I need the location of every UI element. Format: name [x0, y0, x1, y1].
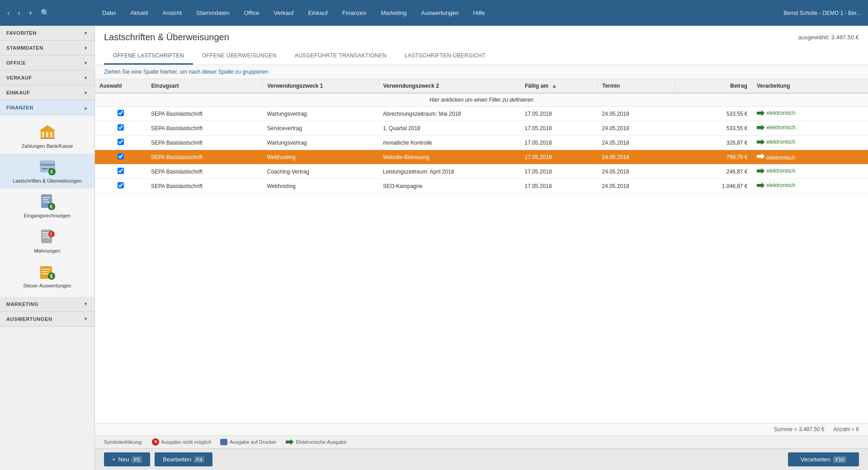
- cell-verarbeitung: elektronisch: [752, 164, 868, 179]
- cell-einzugsart: SEPA Basislastschrift: [146, 150, 263, 164]
- menu-office[interactable]: Office: [237, 0, 267, 26]
- add-button[interactable]: +: [26, 7, 35, 19]
- chevron-down-icon: ▼: [84, 46, 88, 51]
- action-bar-left: + Neu F5 Bearbeiten F4: [104, 452, 212, 466]
- sidebar-item-zahlungen[interactable]: Zahlungen Bank/Kasse: [0, 119, 94, 154]
- svg-text:!: !: [50, 231, 52, 237]
- th-vz2[interactable]: Verwendungszweck 2: [378, 79, 520, 93]
- eingangsrechnungen-label: Eingangsrechnungen: [24, 213, 71, 219]
- sidebar-section-verkauf[interactable]: VERKAUF ▼: [0, 70, 94, 85]
- table-row[interactable]: SEPA BasislastschriftWebhostingSEO-Kampa…: [95, 179, 868, 193]
- arrow-right-icon: [757, 125, 765, 131]
- eingangsrechnungen-icon: €: [38, 193, 57, 211]
- table-row[interactable]: SEPA BasislastschriftCoaching-VertragLei…: [95, 164, 868, 179]
- cell-termin: 24.05.2018: [598, 107, 675, 121]
- th-termin[interactable]: Termin: [598, 79, 675, 93]
- cell-vz1: Webhosting: [263, 150, 379, 164]
- cell-vz2: SEO-Kampagne: [378, 179, 520, 193]
- forward-button[interactable]: ›: [15, 7, 23, 19]
- sidebar-section-einkauf[interactable]: EINKAUF ▼: [0, 85, 94, 100]
- mahnungen-label: Mahnungen: [34, 248, 60, 254]
- menu-hilfe[interactable]: Hilfe: [466, 0, 492, 26]
- table-row[interactable]: SEPA BasislastschriftServicevertrag1. Qu…: [95, 121, 868, 136]
- back-button[interactable]: ‹: [5, 7, 12, 19]
- cell-vz2: Website-Betreuung: [378, 150, 520, 164]
- row-checkbox[interactable]: [118, 168, 124, 174]
- electronic-label: elektronisch: [767, 168, 796, 174]
- cell-betrag: 533,55 €: [675, 107, 752, 121]
- th-faellig[interactable]: Fällig am ▲: [520, 79, 598, 93]
- sidebar-section-office[interactable]: OFFICE ▼: [0, 56, 94, 70]
- sidebar-section-stammdaten[interactable]: STAMMDATEN ▼: [0, 41, 94, 56]
- menu-ansicht[interactable]: Ansicht: [155, 0, 189, 26]
- menu-finanzen[interactable]: Finanzen: [335, 0, 373, 26]
- menu-einkauf[interactable]: Einkauf: [301, 0, 335, 26]
- no-output-icon: ✕: [152, 438, 159, 446]
- sidebar-stammdaten-label: STAMMDATEN: [6, 45, 43, 51]
- svg-rect-8: [42, 168, 47, 169]
- sidebar-favoriten-label: FAVORITEN: [6, 30, 37, 36]
- summe-label: Summe = 3.487,50 €: [774, 426, 825, 432]
- table-row[interactable]: SEPA BasislastschriftWartungsvertragAbre…: [95, 107, 868, 121]
- chevron-down-icon: ▼: [84, 61, 88, 66]
- tab-offene-ueberweisungen[interactable]: OFFENE ÜBERWEISUNGEN: [193, 48, 286, 65]
- lastschriften-label: Lastschriften & Überweisungen: [13, 178, 81, 184]
- arrow-right-icon: [757, 139, 765, 145]
- tab-lastschriften-uebersicht[interactable]: LASTSCHRIFTEN-ÜBERSICHT: [396, 48, 495, 65]
- cell-verarbeitung: elektronisch: [752, 107, 868, 121]
- sidebar-section-favoriten[interactable]: FAVORITEN ▼: [0, 26, 94, 41]
- legend-electronic: Elektronische Ausgabe: [286, 439, 347, 445]
- table-row[interactable]: SEPA BasislastschriftWartungsvertragmona…: [95, 136, 868, 150]
- menu-stammdaten[interactable]: Stammdaten: [189, 0, 237, 26]
- electronic-output: elektronisch: [757, 182, 796, 188]
- cell-vz1: Webhosting: [263, 179, 379, 193]
- verarbeiten-label: Verarbeiten: [801, 456, 831, 463]
- legend-electronic-label: Elektronische Ausgabe: [296, 439, 347, 445]
- sidebar-finanzen-label: FINANZEN: [6, 105, 33, 110]
- sidebar-section-auswertungen[interactable]: AUSWERTUNGEN ▼: [0, 312, 94, 327]
- filter-hint[interactable]: Hier anklicken um einen Filter zu defini…: [95, 93, 868, 107]
- search-button[interactable]: 🔍: [38, 7, 52, 19]
- th-vz1[interactable]: Verwendungszweck 1: [263, 79, 379, 93]
- anzahl-label: Anzahl = 6: [833, 426, 859, 432]
- page-header: Lastschriften & Überweisungen ausgewählt…: [95, 26, 868, 65]
- menu-auswertungen[interactable]: Auswertungen: [414, 0, 466, 26]
- row-checkbox[interactable]: [118, 139, 124, 145]
- sidebar-section-finanzen[interactable]: FINANZEN ▲: [0, 100, 94, 115]
- legend-printer-label: Ausgabe auf Drucker: [230, 439, 276, 445]
- sidebar-item-steuer[interactable]: $ Steuer-Auswertungen: [0, 258, 94, 293]
- sidebar-item-mahnungen[interactable]: ! Mahnungen: [0, 224, 94, 258]
- page-title: Lastschriften & Überweisungen: [104, 32, 229, 42]
- verarbeiten-button[interactable]: Verarbeiten F10: [788, 452, 859, 466]
- cell-auswahl: [95, 107, 146, 121]
- bearbeiten-button[interactable]: Bearbeiten F4: [155, 452, 212, 466]
- svg-rect-25: [42, 269, 51, 270]
- selected-amount: ausgewählt: 3.487,50 €: [798, 34, 859, 41]
- cell-auswahl: [95, 179, 146, 193]
- th-betrag[interactable]: Betrag: [675, 79, 752, 93]
- row-checkbox[interactable]: [118, 124, 124, 131]
- tab-ausgefuehrte-transaktionen[interactable]: AUSGEFÜHRTE TRANSAKTIONEN: [286, 48, 396, 65]
- menu-datei[interactable]: Datei: [95, 0, 123, 26]
- filter-row[interactable]: Hier anklicken um einen Filter zu defini…: [95, 93, 868, 107]
- steuer-label: Steuer-Auswertungen: [23, 283, 71, 289]
- sidebar-item-eingangsrechnungen[interactable]: € Eingangsrechnungen: [0, 188, 94, 223]
- row-checkbox[interactable]: [118, 153, 124, 160]
- tab-offene-lastschriften[interactable]: OFFENE LASTSCHRIFTEN: [104, 48, 193, 65]
- svg-rect-4: [50, 132, 52, 137]
- cell-verarbeitung: elektronisch: [752, 179, 868, 193]
- table-row[interactable]: SEPA BasislastschriftWebhostingWebsite-B…: [95, 150, 868, 164]
- row-checkbox[interactable]: [118, 110, 124, 116]
- menu-verkauf[interactable]: Verkauf: [266, 0, 301, 26]
- th-einzugsart[interactable]: Einzugsart: [146, 79, 263, 93]
- menu-marketing[interactable]: Marketing: [373, 0, 414, 26]
- sidebar-section-marketing[interactable]: MARKETING ▼: [0, 297, 94, 312]
- svg-rect-3: [46, 132, 48, 137]
- row-checkbox[interactable]: [118, 182, 124, 188]
- sort-arrow-icon: ▲: [552, 83, 557, 89]
- neu-button[interactable]: + Neu F5: [104, 452, 150, 466]
- sidebar-item-lastschriften[interactable]: € Lastschriften & Überweisungen: [0, 154, 94, 188]
- nav-controls: ‹ › + 🔍: [0, 7, 95, 19]
- menu-aktuell[interactable]: Aktuell: [123, 0, 155, 26]
- th-verarbeitung[interactable]: Verarbeitung: [752, 79, 868, 93]
